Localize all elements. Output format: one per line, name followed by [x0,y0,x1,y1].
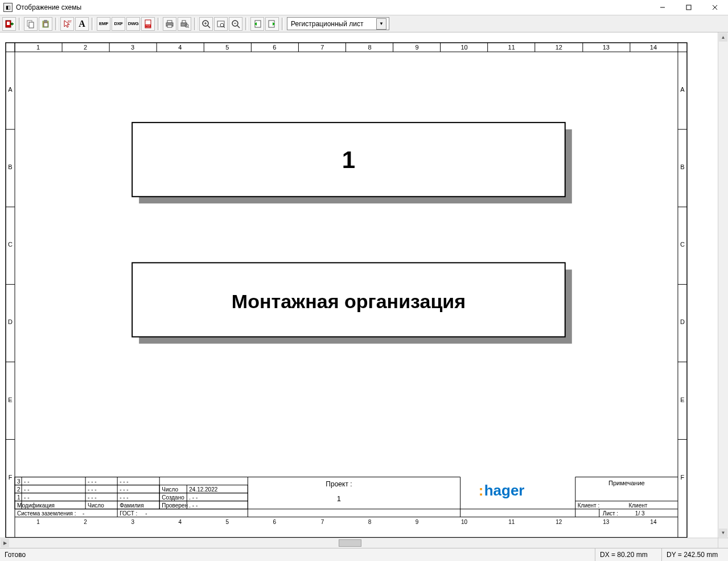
svg-text:8: 8 [368,44,371,51]
chevron-down-icon: ▼ [376,18,386,30]
svg-text:- - -: - - - [88,486,97,493]
svg-text:E: E [680,396,684,403]
export-dwg-button[interactable]: DWG [126,17,140,31]
svg-text:12: 12 [556,44,562,51]
window-minimize-button[interactable] [649,0,676,15]
svg-text:Модификация: Модификация [17,502,55,509]
scrollbar-corner [718,538,728,548]
svg-text:10: 10 [461,44,468,51]
app-icon: ◧ [3,3,13,12]
svg-rect-96 [15,477,159,485]
svg-text:3: 3 [131,44,134,51]
vertical-scrollbar[interactable]: ▲ ▼ [718,32,728,538]
horizontal-scrollbar[interactable]: ◀ ▶ [0,538,728,548]
svg-text:- - -: - - - [88,478,97,485]
emf-label: EMF [99,21,108,26]
svg-text:hager: hager [484,482,525,499]
svg-text:13: 13 [603,519,610,525]
svg-rect-1 [686,5,691,10]
prev-page-button[interactable] [250,17,264,31]
scroll-right-icon[interactable]: ▶ [1,539,9,547]
svg-text:6: 6 [273,519,277,525]
svg-text:C: C [680,241,685,248]
title-block: 3 - - - - - - - - 2 - - - - - - - - 1 - … [15,477,678,525]
svg-rect-17 [167,25,172,27]
svg-text:Число: Число [88,502,104,509]
svg-text:-: - [83,510,84,517]
svg-text:- -: - - [24,478,29,485]
svg-text:- - -: - - - [120,486,129,493]
window-close-button[interactable] [702,0,728,15]
svg-text:Монтажная организация: Монтажная организация [232,290,466,312]
paste-button[interactable] [39,17,52,31]
svg-text:Лист :: Лист : [603,510,618,517]
svg-text:4: 4 [178,44,182,51]
svg-text:3: 3 [17,478,20,485]
hager-logo: : hager [479,482,525,499]
svg-rect-19 [182,21,186,23]
svg-text:2: 2 [84,44,87,51]
svg-text:5: 5 [225,44,229,51]
statusbar: Готово DX = 80.20 mm DY = 242.50 mm [0,548,728,561]
svg-text:12: 12 [556,519,562,525]
svg-text:4: 4 [178,519,182,525]
svg-text:- -: - - [24,486,29,493]
svg-rect-7 [29,22,34,28]
zoom-out-button[interactable] [229,17,242,31]
sheet-selector-dropdown[interactable]: Регистрационный лист ▼ [287,17,389,30]
sheet-selector-value: Регистрационный лист [291,20,363,28]
zoom-fit-button[interactable] [214,17,228,31]
svg-text:- - -: - - - [120,478,129,485]
print-preview-button[interactable] [178,17,191,31]
svg-text:- - -: - - - [88,494,97,501]
svg-text:11: 11 [508,44,515,51]
svg-text:2: 2 [17,486,20,493]
next-page-button[interactable] [265,17,279,31]
zoom-in-button[interactable] [199,17,213,31]
svg-line-30 [237,26,240,28]
toolbar: RTT A EMF DXF DWG PDF [0,15,728,32]
left-row-ruler: A B C D E F [6,86,15,481]
svg-rect-15 [167,21,172,23]
svg-rect-5 [7,22,10,25]
svg-text:14: 14 [650,44,657,51]
status-dy: DY = 242.50 mm [662,548,728,561]
svg-text:F: F [681,474,685,481]
svg-text:-: - [145,510,147,517]
scroll-up-icon[interactable]: ▲ [719,33,727,42]
export-dxf-button[interactable]: DXF [112,17,125,31]
svg-text:11: 11 [508,519,515,525]
export-pdf-button[interactable]: PDF [141,17,155,31]
copy-button[interactable] [24,17,38,31]
svg-text:PDF: PDF [146,24,151,27]
print-button[interactable] [163,17,176,31]
dwg-label: DWG [128,21,139,26]
svg-text:9: 9 [416,519,419,525]
scroll-down-icon[interactable]: ▼ [719,529,727,537]
svg-text:D: D [680,318,685,325]
svg-rect-9 [44,20,47,22]
scroll-thumb[interactable] [339,539,361,547]
export-emf-button[interactable]: EMF [97,17,110,31]
svg-text:5: 5 [226,519,229,525]
svg-text:- - -: - - - [120,494,129,501]
svg-rect-98 [15,493,159,501]
text-tool-button[interactable]: A [75,17,89,31]
window-maximize-button[interactable] [676,0,702,15]
svg-text:7: 7 [321,519,324,525]
pointer-tool-button[interactable]: RTT [60,17,74,31]
svg-text:RTT: RTT [68,20,72,23]
svg-text:ГОСТ :: ГОСТ : [120,510,137,517]
svg-text:2: 2 [84,519,87,525]
svg-text:1: 1 [36,44,40,51]
svg-text:D: D [8,318,13,325]
svg-text:1/ 3: 1/ 3 [635,510,645,517]
drawing-canvas[interactable]: 1 2 3 4 5 6 7 8 9 10 11 12 13 14 [0,32,718,538]
svg-text:14: 14 [650,519,657,525]
svg-text:24.12.2022: 24.12.2022 [189,486,217,493]
svg-text:9: 9 [416,44,419,51]
svg-text:1: 1 [36,519,40,525]
exit-button[interactable] [2,17,16,31]
svg-text:C: C [8,241,13,248]
window-title: Отображение схемы [16,3,81,11]
